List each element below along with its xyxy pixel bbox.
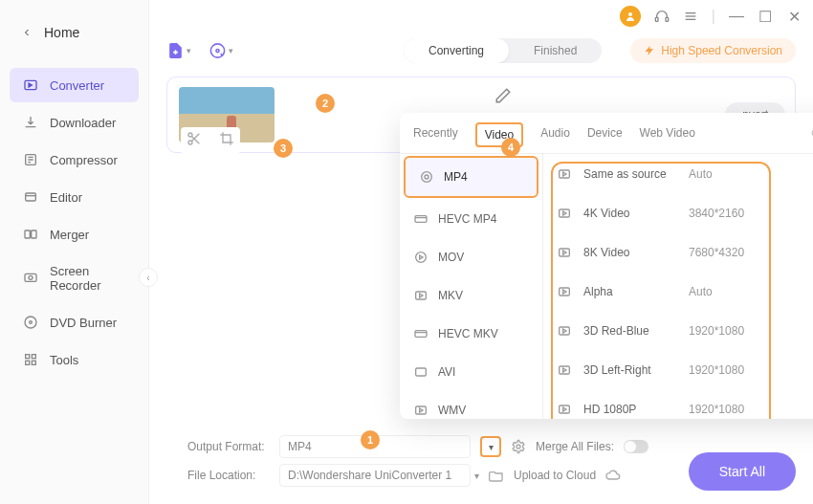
home-button[interactable]: Home [0,8,148,65]
svg-rect-2 [666,17,669,21]
resolution-item[interactable]: 3D Red-Blue1920*1080 [543,311,813,350]
resolution-item[interactable]: 4K Video3840*2160 [543,193,813,232]
svg-rect-42 [560,405,570,413]
mkv-icon [413,288,428,303]
resolution-item[interactable]: 3D Left-Right1920*1080 [543,350,813,389]
svg-point-22 [188,141,192,144]
sidebar-item-label: Merger [50,228,89,242]
svg-point-27 [422,172,432,183]
merger-icon [23,227,38,242]
upload-label: Upload to Cloud [514,469,596,482]
sidebar-item-screen-recorder[interactable]: Screen Recorder [10,254,139,302]
svg-rect-29 [415,216,427,223]
tab-finished[interactable]: Finished [509,38,602,63]
hevc-mkv-icon [413,326,428,341]
svg-rect-38 [560,249,570,256]
svg-rect-17 [26,361,30,364]
resolution-item[interactable]: HD 1080P1920*1080 [543,389,813,419]
format-panel: Recently Video Audio Device Web Video Se… [400,113,813,419]
high-speed-badge[interactable]: High Speed Conversion [630,38,796,63]
svg-point-21 [188,133,192,137]
bolt-icon [644,45,655,56]
svg-rect-40 [560,327,570,335]
output-format-label: Output Format: [187,440,270,453]
sidebar-item-merger[interactable]: Merger [10,217,139,252]
sidebar-item-dvd-burner[interactable]: DVD Burner [10,305,139,340]
preset-icon [557,402,572,417]
chevron-left-icon [21,27,33,38]
svg-rect-1 [655,17,658,21]
format-category-tabs: Recently Video Audio Device Web Video Se… [400,113,813,154]
settings-icon[interactable] [511,439,526,454]
format-item-mkv[interactable]: MKV [400,276,542,315]
svg-rect-15 [26,355,30,359]
sidebar-item-label: Editor [50,190,82,205]
tab-audio[interactable]: Audio [540,126,570,149]
sidebar-item-tools[interactable]: Tools [10,342,139,377]
cloud-icon[interactable] [605,468,621,483]
folder-icon[interactable] [489,468,504,483]
sidebar-item-label: Compressor [50,153,118,167]
footer: Output Format: MP4 ▾ Merge All Files: Fi… [149,427,813,504]
merge-label: Merge All Files: [536,440,614,453]
downloader-icon [23,115,38,130]
format-item-avi[interactable]: AVI [400,353,542,391]
output-format-dropdown[interactable]: ▾ [480,436,501,457]
sidebar-item-label: DVD Burner [50,316,117,330]
file-location-dropdown[interactable]: ▾ [474,471,479,481]
add-file-button[interactable]: ▾ [166,38,191,63]
hevc-icon [413,211,428,227]
avi-icon [413,364,428,380]
tab-device[interactable]: Device [587,126,623,149]
preset-icon [557,323,572,339]
titlebar: | — ☐ ✕ [608,0,813,33]
menu-icon[interactable] [683,9,698,24]
svg-rect-41 [560,366,570,374]
user-avatar[interactable] [620,6,641,27]
sidebar-item-label: Tools [50,353,78,367]
format-item-hevc-mkv[interactable]: HEVC MKV [400,315,542,353]
preset-icon [557,362,572,378]
edit-toolbar [181,127,240,154]
format-item-mp4[interactable]: MP4 [404,156,538,198]
main-header: ▾ ▾ Converting Finished High Speed Conve… [166,38,796,63]
preset-icon [557,245,572,260]
close-button[interactable]: ✕ [786,9,802,24]
preset-icon [557,166,572,182]
svg-rect-10 [32,230,36,238]
format-item-mov[interactable]: MOV [400,238,542,276]
minimize-button[interactable]: — [729,9,744,24]
sidebar-item-compressor[interactable]: Compressor [10,142,139,177]
sidebar-item-downloader[interactable]: Downloader [10,105,139,140]
sidebar: Home Converter Downloader Compressor Edi… [0,0,149,504]
merge-toggle[interactable] [624,440,648,453]
sidebar-item-editor[interactable]: Editor [10,180,139,214]
svg-rect-32 [415,331,427,338]
svg-rect-36 [560,170,570,178]
svg-rect-11 [25,274,36,281]
svg-point-13 [25,317,36,328]
format-item-wmv[interactable]: WMV [400,391,542,419]
trim-icon[interactable] [187,131,202,150]
format-item-hevc-mp4[interactable]: HEVC MP4 [400,200,542,238]
tab-recently[interactable]: Recently [413,126,458,149]
maximize-button[interactable]: ☐ [758,9,773,24]
editor-icon [23,189,38,205]
callout-4: 4 [501,138,520,157]
dvd-burner-icon [23,315,38,330]
headset-icon[interactable] [654,9,670,24]
add-dvd-button[interactable]: ▾ [209,38,233,63]
start-all-button[interactable]: Start All [689,452,796,491]
edit-title-button[interactable] [494,87,512,108]
resolution-item[interactable]: 8K Video7680*4320 [543,232,813,272]
tools-icon [23,352,38,367]
svg-rect-9 [25,230,30,238]
resolution-item[interactable]: AlphaAuto [543,272,813,311]
resolution-item[interactable]: Same as sourceAuto [543,154,813,193]
preset-icon [557,284,572,299]
tab-webvideo[interactable]: Web Video [640,126,695,149]
file-location-label: File Location: [187,469,270,482]
crop-icon[interactable] [219,131,234,150]
sidebar-item-converter[interactable]: Converter [10,68,139,102]
tab-converting[interactable]: Converting [404,38,509,63]
